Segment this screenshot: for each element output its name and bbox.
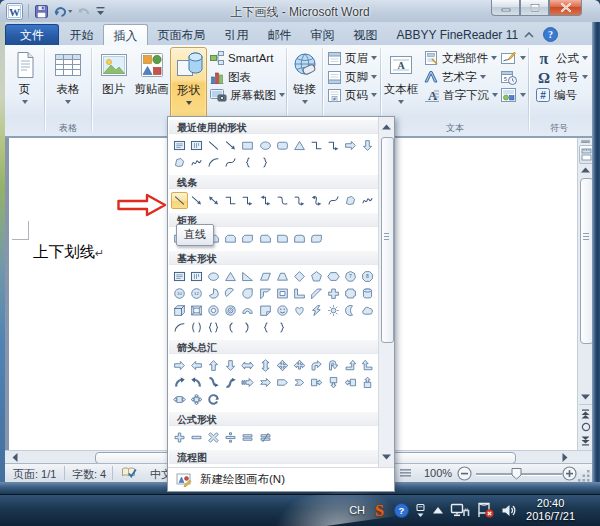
pages-button[interactable]: 页 bbox=[7, 47, 42, 118]
network-icon[interactable] bbox=[450, 502, 470, 518]
shape-eq-equal[interactable] bbox=[239, 429, 256, 446]
shape-pent[interactable] bbox=[308, 268, 325, 285]
clipart-button[interactable]: 剪贴画 bbox=[133, 47, 170, 118]
shape-co-up[interactable] bbox=[359, 374, 376, 391]
shape-elbow-a[interactable] bbox=[239, 192, 256, 209]
shape-heart[interactable] bbox=[291, 302, 308, 319]
table-button[interactable]: 表格 bbox=[47, 47, 89, 118]
shape-curve-c[interactable] bbox=[274, 192, 291, 209]
shape-roundrect[interactable] bbox=[274, 137, 291, 154]
tab-审阅[interactable]: 审阅 bbox=[301, 24, 344, 45]
gallery-scroll-down[interactable] bbox=[380, 451, 393, 463]
shape-textbox[interactable] bbox=[171, 268, 188, 285]
shape-oval[interactable] bbox=[256, 137, 273, 154]
shape-eq-neq[interactable] bbox=[256, 429, 273, 446]
shape-plaque[interactable] bbox=[342, 285, 359, 302]
ime-toolbar-icon[interactable] bbox=[415, 503, 426, 518]
shape-ar-right[interactable] bbox=[342, 137, 359, 154]
shape-co-quad[interactable] bbox=[188, 391, 205, 408]
tab-视图[interactable]: 视图 bbox=[344, 24, 387, 45]
symbol-button[interactable]: Ω符号 bbox=[535, 68, 588, 86]
shape-rect[interactable] bbox=[239, 137, 256, 154]
taskbar[interactable]: CH S ? 20:40 2016/7/21 bbox=[0, 494, 600, 526]
shape-round2s[interactable] bbox=[291, 230, 308, 247]
shape-oct[interactable]: 8 bbox=[359, 268, 376, 285]
zoom-slider-thumb[interactable] bbox=[511, 467, 522, 480]
tab-邮件[interactable]: 邮件 bbox=[258, 24, 301, 45]
shape-ar-scurve-d[interactable] bbox=[205, 374, 222, 391]
previous-page-button[interactable] bbox=[579, 407, 592, 420]
show-hidden-icons-button[interactable] bbox=[432, 506, 444, 515]
page-indicator[interactable]: 页面: 1/1 bbox=[13, 467, 56, 482]
spell-check-indicator[interactable] bbox=[121, 466, 137, 479]
new-drawing-canvas-item[interactable]: 新建绘图画布(N) bbox=[168, 467, 394, 491]
shape-tear[interactable] bbox=[239, 285, 256, 302]
shape-lbrace[interactable] bbox=[256, 319, 273, 336]
draft-view-button[interactable] bbox=[399, 468, 412, 479]
tab-ABBYY FineReader 11[interactable]: ABBYY FineReader 11 bbox=[387, 24, 528, 45]
shape-sniprd[interactable] bbox=[256, 230, 273, 247]
shape-ar-bentup2[interactable] bbox=[359, 357, 376, 374]
document-text[interactable]: 上下划线↵ bbox=[33, 242, 104, 263]
shape-folded[interactable] bbox=[256, 302, 273, 319]
shape-sun[interactable] bbox=[325, 302, 342, 319]
scroll-right-button[interactable] bbox=[558, 452, 571, 463]
shape-co-right[interactable] bbox=[308, 374, 325, 391]
picture-button[interactable]: 图片 bbox=[94, 47, 133, 118]
shape-ar-left[interactable] bbox=[188, 357, 205, 374]
shape-darrow[interactable] bbox=[205, 192, 222, 209]
shape-cross[interactable] bbox=[325, 285, 342, 302]
scroll-up-button[interactable] bbox=[579, 164, 592, 176]
shape-eq-times[interactable] bbox=[205, 429, 222, 446]
shape-blockarc[interactable] bbox=[239, 302, 256, 319]
shape-chord[interactable] bbox=[222, 285, 239, 302]
quick-parts-button[interactable]: 文档部件 bbox=[423, 49, 497, 67]
shape-curve-cda[interactable] bbox=[308, 192, 325, 209]
gallery-scrollbar[interactable] bbox=[378, 117, 394, 467]
shape-ar-right[interactable] bbox=[171, 357, 188, 374]
textbox-button[interactable]: A 文本框 bbox=[383, 47, 419, 118]
shape-curve-ca[interactable] bbox=[291, 192, 308, 209]
shape-round2d[interactable] bbox=[308, 230, 325, 247]
split-handle[interactable] bbox=[581, 140, 590, 143]
gallery-scroll-thumb[interactable] bbox=[381, 137, 394, 343]
equation-button[interactable]: π公式 bbox=[535, 49, 588, 67]
shapes-button[interactable]: 形状 bbox=[170, 47, 207, 120]
shape-scribble[interactable] bbox=[188, 154, 205, 171]
shape-ar-scurve-u[interactable] bbox=[222, 374, 239, 391]
shape-snip2d[interactable] bbox=[239, 230, 256, 247]
shape-dodec[interactable]: 12 bbox=[188, 285, 205, 302]
shape-ar-down[interactable] bbox=[359, 137, 376, 154]
shape-tri[interactable] bbox=[291, 137, 308, 154]
shape-elbow[interactable] bbox=[308, 137, 325, 154]
shape-elbow[interactable] bbox=[222, 192, 239, 209]
close-button[interactable] bbox=[549, 0, 582, 16]
shape-ar-circ[interactable] bbox=[205, 391, 222, 408]
ime-language-button[interactable]: CH bbox=[349, 504, 365, 516]
shape-co-down[interactable] bbox=[325, 374, 342, 391]
signature-line-button[interactable] bbox=[500, 49, 526, 67]
shape-hex[interactable] bbox=[325, 268, 342, 285]
shape-arrow[interactable] bbox=[188, 192, 205, 209]
shape-ar-down[interactable] bbox=[222, 357, 239, 374]
shape-rbracket[interactable] bbox=[239, 319, 256, 336]
shape-donut[interactable] bbox=[205, 302, 222, 319]
minimize-button[interactable] bbox=[491, 0, 520, 16]
shape-ar-bentup[interactable] bbox=[342, 357, 359, 374]
shape-rtri[interactable] bbox=[239, 268, 256, 285]
shape-arrow[interactable] bbox=[222, 137, 239, 154]
shape-moon[interactable] bbox=[342, 302, 359, 319]
shape-co-lr[interactable] bbox=[171, 391, 188, 408]
shape-lbracket[interactable] bbox=[222, 319, 239, 336]
zoom-out-button[interactable] bbox=[457, 466, 472, 481]
shape-eq-plus[interactable] bbox=[171, 429, 188, 446]
shape-ar-pent[interactable] bbox=[274, 374, 291, 391]
shape-snip2s[interactable] bbox=[222, 230, 239, 247]
shape-diamond[interactable] bbox=[291, 268, 308, 285]
zoom-level[interactable]: 100% bbox=[424, 467, 452, 479]
shape-rbrace[interactable] bbox=[256, 154, 273, 171]
screenshot-button[interactable]: 屏幕截图 bbox=[209, 86, 285, 104]
shape-textbox[interactable] bbox=[171, 137, 188, 154]
shape-scribble[interactable] bbox=[359, 192, 376, 209]
shape-trap[interactable] bbox=[274, 268, 291, 285]
